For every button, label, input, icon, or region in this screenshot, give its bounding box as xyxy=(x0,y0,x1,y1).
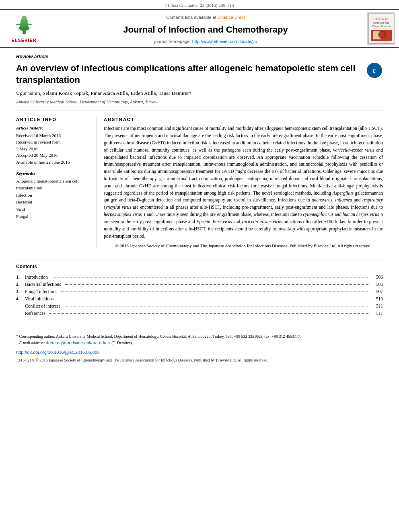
contents-row-2: 2. Bacterial infections 506 xyxy=(16,281,383,288)
dot-fill xyxy=(52,277,368,277)
keyword-item: Allogeneic hematopoietic stem cell trans… xyxy=(16,178,91,192)
article-info-column: ARTICLE INFO Article history: Received 1… xyxy=(16,117,97,249)
copyright-line: © 2016 Japanese Society of Chemotherapy … xyxy=(104,243,383,249)
info-divider xyxy=(16,168,91,168)
keywords-list: Allogeneic hematopoietic stem cell trans… xyxy=(16,178,91,220)
contents-label: Conflict of interest xyxy=(25,303,62,309)
homepage-link[interactable]: http://www.elsevier.com/locate/jic xyxy=(192,39,257,44)
journal-homepage-line: journal homepage: http://www.elsevier.co… xyxy=(154,39,257,45)
article-type-label: Review article xyxy=(16,53,383,60)
contents-label: Viral infections xyxy=(25,296,55,302)
contents-label: Bacterial infections xyxy=(25,281,63,288)
dot-fill xyxy=(58,299,368,299)
svg-text:Chemotherapy: Chemotherapy xyxy=(372,25,391,28)
contents-label: Introduction xyxy=(25,274,49,280)
contents-row-5: Conflict of interest 511 xyxy=(16,302,383,310)
email-link[interactable]: demirer@medicine.ankara.edu.tr xyxy=(46,340,111,345)
elsevier-tree-icon xyxy=(12,14,36,36)
doi-line: http://dx.doi.org/10.1016/j.jiac.2016.05… xyxy=(16,349,383,356)
received-date: Received 16 March 2016 xyxy=(16,132,91,139)
affiliation-line: Ankara University Medical School, Depart… xyxy=(16,99,383,105)
history-label: Article history: xyxy=(16,125,91,131)
journal-title: Journal of Infection and Chemotherapy xyxy=(123,24,288,36)
authors-line: Ugur Sahin, Selami Kocak Toprak, Pinar A… xyxy=(16,90,383,97)
contents-title: Contents xyxy=(16,263,383,270)
svg-point-4 xyxy=(21,16,27,20)
available-online: Available online 22 June 2016 xyxy=(16,159,91,166)
contents-page: 506 xyxy=(371,281,383,288)
svg-text:Infection and: Infection and xyxy=(373,21,389,24)
page: J Infect Chemother 22 (2016) 505–514 xyxy=(0,0,399,532)
article-title: An overview of infectious complications … xyxy=(16,63,383,86)
header-center: Contents lists available at ScienceDirec… xyxy=(48,10,363,47)
contents-row-3: 3. Fungal infections 507 xyxy=(16,288,383,295)
keyword-item: Viral xyxy=(16,206,91,213)
keyword-item: Fungal xyxy=(16,213,91,220)
received-revised-date: 5 May 2016 xyxy=(16,146,91,152)
svg-text:c: c xyxy=(373,66,376,74)
contents-label: Fungal infections xyxy=(25,288,59,295)
keyword-item: Bacterial xyxy=(16,199,91,206)
keywords-label: Keywords: xyxy=(16,170,91,177)
journal-abbr: J Infect Chemother 22 (2016) 505–514 xyxy=(165,3,234,8)
elsevier-logo-area: ELSEVIER xyxy=(0,10,48,47)
keyword-item: Infection xyxy=(16,192,91,199)
sciencedirect-line: Contents lists available at ScienceDirec… xyxy=(166,14,245,21)
doi-link[interactable]: http://dx.doi.org/10.1016/j.jiac.2016.05… xyxy=(16,350,100,355)
article-info-label: ARTICLE INFO xyxy=(16,117,91,123)
two-column-layout: ARTICLE INFO Article history: Received 1… xyxy=(16,117,383,249)
divider-1 xyxy=(16,111,383,111)
received-revised-label: Received in revised form xyxy=(16,139,91,146)
dot-fill xyxy=(65,284,368,285)
elsevier-logo-box: ELSEVIER xyxy=(11,14,36,43)
contents-page: 506 xyxy=(371,274,383,280)
contents-page: 511 xyxy=(371,310,383,316)
contents-num: 2. xyxy=(16,281,24,288)
contents-num xyxy=(16,303,24,309)
article-body: Review article An overview of infectious… xyxy=(0,48,399,255)
crossmark-icon: c xyxy=(367,63,382,78)
contents-num xyxy=(16,310,24,316)
contents-num: 3. xyxy=(16,288,24,295)
journal-meta-bar: J Infect Chemother 22 (2016) 505–514 xyxy=(0,0,399,9)
contents-section: Contents 1. Introduction 506 2. Bacteria… xyxy=(0,263,399,317)
elsevier-label: ELSEVIER xyxy=(11,37,36,43)
contents-num: 4. xyxy=(16,296,24,302)
email-line: E-mail address: demirer@medicine.ankara.… xyxy=(16,339,383,346)
contents-num: 1. xyxy=(16,274,24,280)
abstract-column: ABSTRACT Infections are the most common … xyxy=(104,117,383,249)
svg-point-17 xyxy=(379,32,385,37)
abstract-text: Infections are the most common and signi… xyxy=(104,125,383,240)
journal-icon: Journal of Infection and Chemotherapy xyxy=(367,12,395,45)
footnote-section: * Corresponding author. Ankara Universit… xyxy=(0,329,399,366)
contents-label: References xyxy=(25,310,47,316)
sciencedirect-link[interactable]: ScienceDirect xyxy=(218,15,245,20)
abstract-label: ABSTRACT xyxy=(104,117,383,123)
dot-fill xyxy=(64,306,368,306)
contents-page: 507 xyxy=(371,288,383,295)
contents-page: 511 xyxy=(371,303,383,309)
dot-fill xyxy=(49,313,368,314)
dot-fill xyxy=(61,292,368,292)
accepted-date: Accepted 20 May 2016 xyxy=(16,152,91,159)
journal-header: ELSEVIER Contents lists available at Sci… xyxy=(0,9,399,48)
divider-2 xyxy=(16,259,383,259)
corresponding-author: * Corresponding author. Ankara Universit… xyxy=(16,333,383,339)
journal-icon-area: Journal of Infection and Chemotherapy xyxy=(363,10,399,47)
svg-text:Journal of: Journal of xyxy=(375,18,387,21)
contents-row-4: 4. Viral infections 510 xyxy=(16,295,383,302)
crossmark-badge: c xyxy=(367,63,383,79)
contents-row-6: References 511 xyxy=(16,310,383,317)
contents-page: 510 xyxy=(371,296,383,302)
contents-row-1: 1. Introduction 506 xyxy=(16,273,383,281)
issn-line: 1341-321X/© 2016 Japanese Society of Che… xyxy=(16,357,383,363)
